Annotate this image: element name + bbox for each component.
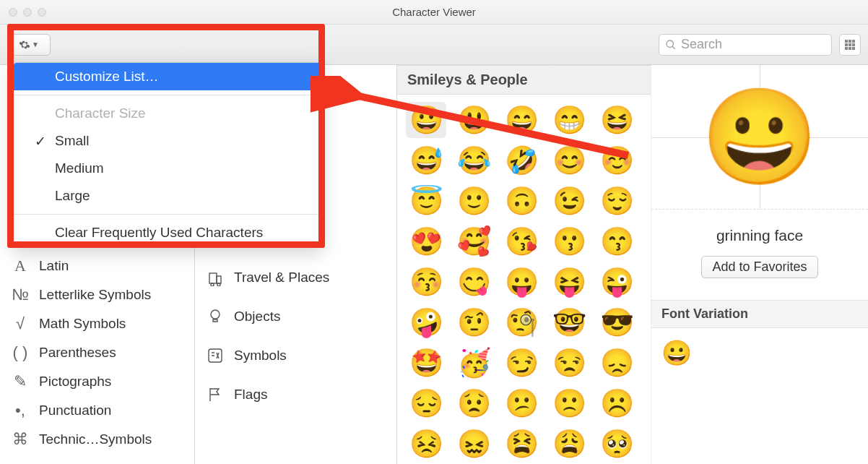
svg-rect-5 bbox=[852, 43, 855, 46]
emoji-cell[interactable]: 😂 bbox=[453, 142, 494, 179]
svg-rect-8 bbox=[852, 47, 855, 50]
emoji-cell[interactable]: 😗 bbox=[549, 223, 589, 259]
svg-rect-9 bbox=[209, 273, 217, 283]
emoji-cell[interactable]: 😎 bbox=[596, 304, 637, 340]
emoji-category-flags[interactable]: Flags bbox=[195, 380, 396, 409]
category-letterlike[interactable]: № Letterlike Symbols bbox=[0, 280, 194, 309]
emoji-cell[interactable]: 😣 bbox=[406, 426, 446, 462]
menu-clear-frequently-used[interactable]: Clear Frequently Used Characters bbox=[13, 219, 322, 246]
category-parentheses[interactable]: ( ) Parentheses bbox=[0, 338, 194, 367]
sqrt-icon: √ bbox=[10, 314, 30, 334]
emoji-cell[interactable]: 😕 bbox=[501, 385, 542, 421]
pen-icon: ✎ bbox=[10, 371, 30, 392]
emoji-cell[interactable]: 🙂 bbox=[453, 183, 494, 219]
search-icon bbox=[665, 39, 677, 51]
add-to-favorites-button[interactable]: Add to Favorites bbox=[701, 256, 817, 278]
emoji-cell[interactable]: ☹️ bbox=[596, 385, 637, 421]
emoji-cell[interactable]: 😟 bbox=[453, 385, 494, 421]
emoji-cell[interactable]: 😝 bbox=[549, 264, 589, 300]
category-math[interactable]: √ Math Symbols bbox=[0, 309, 194, 338]
category-label: Math Symbols bbox=[39, 316, 126, 332]
emoji-cell[interactable]: 😊 bbox=[549, 142, 589, 179]
character-grid-column: Smileys & People 😀😃😄😁😆😅😂🤣😊☺️😇🙂🙃😉😌😍🥰😘😗😙😚😋… bbox=[397, 65, 651, 464]
chevron-down-icon: ▼ bbox=[32, 40, 39, 48]
character-detail-panel: 😀 grinning face Add to Favorites Font Va… bbox=[651, 65, 868, 464]
emoji-cell[interactable]: 😌 bbox=[596, 183, 637, 219]
emoji-cell[interactable]: 😋 bbox=[453, 264, 494, 300]
menu-size-medium[interactable]: Medium bbox=[13, 155, 322, 182]
font-variation-item[interactable]: 😀 bbox=[661, 339, 692, 366]
svg-rect-14 bbox=[209, 349, 222, 362]
menu-size-small[interactable]: ✓ Small bbox=[13, 127, 322, 155]
numero-icon: № bbox=[10, 285, 30, 305]
settings-menu-button[interactable]: ▼ bbox=[7, 34, 51, 56]
category-label: Pictographs bbox=[39, 374, 111, 390]
emoji-cell[interactable]: 🤩 bbox=[406, 345, 446, 381]
svg-rect-2 bbox=[852, 40, 855, 43]
emoji-category-travel[interactable]: Travel & Places bbox=[195, 263, 396, 292]
menu-customize-list[interactable]: Customize List… bbox=[13, 63, 322, 90]
emoji-cell[interactable]: 😒 bbox=[549, 345, 589, 381]
emoji-cell[interactable]: 😀 bbox=[406, 102, 446, 138]
svg-rect-0 bbox=[845, 40, 848, 43]
traffic-minimize[interactable] bbox=[23, 8, 32, 17]
category-pictographs[interactable]: ✎ Pictographs bbox=[0, 367, 194, 396]
emoji-cell[interactable]: 😍 bbox=[406, 223, 446, 259]
titlebar: Character Viewer bbox=[0, 0, 868, 25]
category-latin[interactable]: A Latin bbox=[0, 252, 194, 280]
emoji-cell[interactable]: 😁 bbox=[549, 102, 589, 138]
category-label: Flags bbox=[234, 387, 267, 403]
command-icon: ⌘ bbox=[10, 429, 30, 450]
collapse-to-palette-button[interactable] bbox=[839, 34, 861, 56]
emoji-cell[interactable]: 😆 bbox=[596, 102, 637, 138]
check-icon: ✓ bbox=[35, 133, 46, 150]
menu-size-large[interactable]: Large bbox=[13, 182, 322, 210]
emoji-cell[interactable]: 😙 bbox=[596, 223, 637, 259]
emoji-cell[interactable]: 😖 bbox=[453, 426, 494, 462]
emoji-category-symbols[interactable]: Symbols bbox=[195, 341, 396, 370]
emoji-cell[interactable]: ☺️ bbox=[596, 142, 637, 179]
character-preview: 😀 bbox=[651, 65, 868, 210]
category-label: Letterlike Symbols bbox=[39, 287, 151, 303]
category-label: Technic…Symbols bbox=[39, 431, 152, 447]
punct-icon: •, bbox=[10, 400, 30, 421]
traffic-close[interactable] bbox=[9, 8, 17, 17]
emoji-cell[interactable]: 😔 bbox=[406, 385, 446, 421]
emoji-cell[interactable]: 🥺 bbox=[596, 426, 637, 462]
category-punctuation[interactable]: •, Punctuation bbox=[0, 396, 194, 425]
window-title: Character Viewer bbox=[392, 6, 476, 18]
emoji-cell[interactable]: 🤪 bbox=[406, 304, 446, 340]
svg-rect-10 bbox=[217, 276, 221, 283]
flag-icon bbox=[205, 384, 225, 405]
emoji-cell[interactable]: 🥳 bbox=[453, 345, 494, 381]
emoji-cell[interactable]: 😏 bbox=[501, 345, 542, 381]
bulb-icon bbox=[205, 306, 225, 327]
emoji-cell[interactable]: 😃 bbox=[453, 102, 494, 138]
traffic-zoom[interactable] bbox=[38, 8, 46, 17]
emoji-cell[interactable]: 😜 bbox=[596, 264, 637, 300]
emoji-cell[interactable]: 🧐 bbox=[501, 304, 542, 340]
emoji-cell[interactable]: 🤨 bbox=[453, 304, 494, 340]
emoji-cell[interactable]: 🥰 bbox=[453, 223, 494, 259]
emoji-cell[interactable]: 😇 bbox=[406, 183, 446, 219]
emoji-cell[interactable]: 😫 bbox=[501, 426, 542, 462]
emoji-cell[interactable]: 🙃 bbox=[501, 183, 542, 219]
emoji-cell[interactable]: 😛 bbox=[501, 264, 542, 300]
emoji-cell[interactable]: 😩 bbox=[549, 426, 589, 462]
emoji-cell[interactable]: 😅 bbox=[406, 142, 446, 179]
emoji-cell[interactable]: 😄 bbox=[501, 102, 542, 138]
emoji-cell[interactable]: 😘 bbox=[501, 223, 542, 259]
search-input[interactable]: Search bbox=[659, 34, 832, 56]
menu-size-header: Character Size bbox=[13, 100, 322, 127]
emoji-category-objects[interactable]: Objects bbox=[195, 302, 396, 331]
category-label: Objects bbox=[234, 309, 280, 325]
emoji-cell[interactable]: 🤓 bbox=[549, 304, 589, 340]
emoji-cell[interactable]: 🙁 bbox=[549, 385, 589, 421]
emoji-cell[interactable]: 😚 bbox=[406, 264, 446, 300]
building-icon bbox=[205, 267, 225, 288]
svg-rect-3 bbox=[845, 43, 848, 46]
emoji-cell[interactable]: 🤣 bbox=[501, 142, 542, 179]
emoji-cell[interactable]: 😞 bbox=[596, 345, 637, 381]
emoji-cell[interactable]: 😉 bbox=[549, 183, 589, 219]
category-technical[interactable]: ⌘ Technic…Symbols bbox=[0, 425, 194, 454]
